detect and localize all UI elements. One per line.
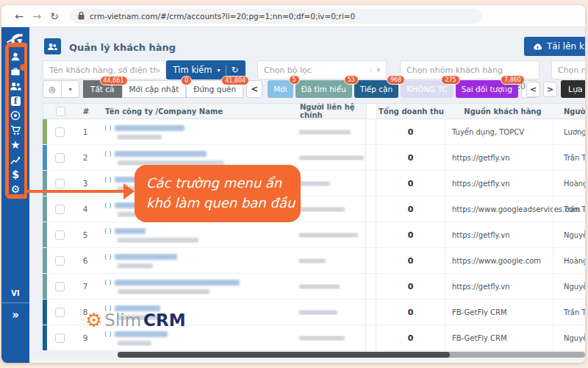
- customer-source: Tuyển dụng, TOPCV: [445, 119, 553, 144]
- status-tab[interactable]: Đã tìm hiểu53: [295, 80, 352, 98]
- horizontal-scrollbar[interactable]: [118, 352, 585, 358]
- select-all-checkbox[interactable]: [56, 107, 65, 116]
- row-checkbox[interactable]: [55, 179, 65, 188]
- col-source: Nguồn khách hàng: [445, 104, 553, 118]
- notification-badge: [20, 64, 26, 71]
- sidebar-item-briefcase-icon[interactable]: [1, 64, 29, 79]
- url-text: crm-vietnam.com/#/crm/accounts?li=20;pg=…: [90, 12, 355, 21]
- sidebar-item-customers-icon[interactable]: [1, 79, 29, 93]
- sidebar-item-cart-icon[interactable]: [1, 123, 29, 138]
- total-revenue: 0: [376, 256, 445, 266]
- row-checkbox[interactable]: [55, 256, 65, 266]
- row-number: 6: [72, 256, 98, 265]
- refresh-icon: ↻: [232, 65, 239, 75]
- row-number: 1: [72, 127, 98, 136]
- status-tab[interactable]: Đứng quên41,804: [186, 80, 243, 98]
- status-tab[interactable]: Tiếp cận968: [354, 80, 398, 98]
- contact-mini-icons: ( ): [104, 124, 112, 132]
- target-filter-button[interactable]: ◎: [43, 80, 62, 98]
- col-assignee: Người: [553, 104, 585, 118]
- total-revenue: 0: [376, 230, 445, 240]
- contact-mini-icons: ( ): [104, 202, 112, 209]
- selection-button[interactable]: Lựa chọ: [561, 80, 585, 98]
- row-checkbox[interactable]: [55, 308, 65, 317]
- reload-icon[interactable]: ↻: [46, 10, 63, 22]
- page-prev-button[interactable]: <: [526, 82, 540, 97]
- customer-source: FB-GetFly CRM: [445, 300, 553, 325]
- contact-name-redacted: [299, 310, 337, 315]
- assignee-name: Hoàng: [553, 171, 585, 196]
- sidebar-item-facebook-icon[interactable]: f: [1, 93, 29, 108]
- customer-source: https://getfly.vn: [445, 145, 553, 170]
- row-number: 4: [72, 205, 98, 213]
- total-revenue: 0: [376, 333, 445, 343]
- status-tab[interactable]: KHÔNG TC275: [401, 80, 453, 98]
- customers-module-icon[interactable]: [44, 38, 61, 54]
- app-logo[interactable]: G: [1, 27, 29, 49]
- sidebar: G f★$⚙ VI »: [1, 27, 29, 363]
- status-tabs: ◎ ▾ Tất cả44,661Mới cập nhật0Đứng quên41…: [43, 80, 540, 98]
- chevron-down-icon: ▾: [218, 67, 220, 74]
- contact-mini-icons: ( ): [104, 330, 112, 338]
- total-revenue: 0: [376, 205, 445, 214]
- row-checkbox[interactable]: [55, 205, 65, 214]
- sidebar-item-gear-icon[interactable]: ⚙: [1, 182, 29, 197]
- table-header: # Tên công ty /Company Name Người liên h…: [43, 103, 585, 119]
- company-name-redacted[interactable]: [115, 228, 146, 234]
- col-company: Tên công ty /Company Name: [99, 107, 295, 116]
- tab-count-badge: 44,661: [100, 76, 128, 85]
- slimcrm-watermark: ⚙SlimCRM: [85, 311, 186, 330]
- status-tab[interactable]: Tất cả44,661: [83, 80, 122, 98]
- row-checkbox[interactable]: [55, 153, 65, 163]
- tab-count-badge: 7,860: [501, 75, 525, 85]
- row-checkbox[interactable]: [55, 282, 65, 291]
- table-row: 7 ( ) 0 https://getfly.vn Nguyễn: [43, 274, 585, 300]
- row-checkbox[interactable]: [55, 230, 65, 240]
- language-toggle[interactable]: VI: [1, 289, 29, 297]
- contact-name-redacted: [299, 155, 364, 160]
- assignee-name: Trần Thị: [553, 145, 585, 170]
- company-name-redacted[interactable]: [115, 254, 177, 260]
- row-number: 3: [72, 179, 98, 188]
- forward-icon[interactable]: →: [28, 10, 46, 22]
- scrollbar-thumb[interactable]: [118, 352, 450, 358]
- annotation-arrow: [27, 190, 126, 193]
- annotation-callout: Các trường menu ẩn khó làm quen ban đầu: [135, 165, 301, 222]
- assignee-name: Hoàng: [553, 248, 585, 273]
- contact-name-redacted: [299, 258, 326, 263]
- row-checkbox[interactable]: [55, 333, 65, 343]
- company-name-redacted[interactable]: [115, 125, 184, 131]
- browser-toolbar: ← → ↻ crm-vietnam.com/#/crm/accounts?li=…: [1, 5, 585, 27]
- sidebar-item-dollar-icon[interactable]: $: [1, 167, 29, 182]
- annotation-arrowhead-icon: [123, 183, 135, 199]
- contact-mini-icons: ( ): [104, 176, 112, 183]
- cloud-upload-icon: [533, 43, 542, 50]
- address-bar[interactable]: crm-vietnam.com/#/crm/accounts?li=20;pg=…: [71, 9, 482, 24]
- contact-name-redacted: [299, 181, 330, 186]
- sidebar-item-contact-icon[interactable]: [1, 49, 29, 64]
- status-tab[interactable]: Mới5: [268, 80, 293, 98]
- contact-name-redacted: [299, 284, 340, 289]
- sidebar-item-chart-icon[interactable]: [1, 152, 29, 167]
- company-name-redacted[interactable]: [115, 151, 207, 157]
- company-address-redacted: [118, 263, 153, 269]
- page-next-button[interactable]: >: [543, 82, 557, 97]
- tab-dropdown-button[interactable]: ▾: [62, 80, 79, 98]
- row-checkbox[interactable]: [55, 127, 65, 137]
- total-revenue: 0: [376, 179, 445, 188]
- total-revenue: 0: [376, 127, 445, 137]
- tabs-scroll-left[interactable]: <: [246, 80, 262, 98]
- sidebar-item-star-icon[interactable]: ★: [1, 138, 29, 152]
- tab-count-badge: 0: [181, 76, 192, 85]
- company-name-redacted[interactable]: [115, 280, 240, 286]
- filter-select[interactable]: Chọn bộ lọc ▾: [257, 60, 387, 79]
- back-icon[interactable]: ←: [10, 10, 28, 22]
- assignee-name: Lương H: [553, 119, 585, 144]
- assignee-select[interactable]: Chọn ngườ: [551, 60, 585, 79]
- status-tab[interactable]: Mới cập nhật0: [122, 80, 187, 98]
- sidebar-expand-icon[interactable]: »: [1, 308, 29, 322]
- sidebar-item-target-icon[interactable]: [1, 108, 29, 123]
- col-contact: Người liên hệ chính: [295, 103, 366, 119]
- company-name-redacted[interactable]: [115, 331, 168, 337]
- upload-customers-button[interactable]: Tải lên khách: [524, 37, 585, 56]
